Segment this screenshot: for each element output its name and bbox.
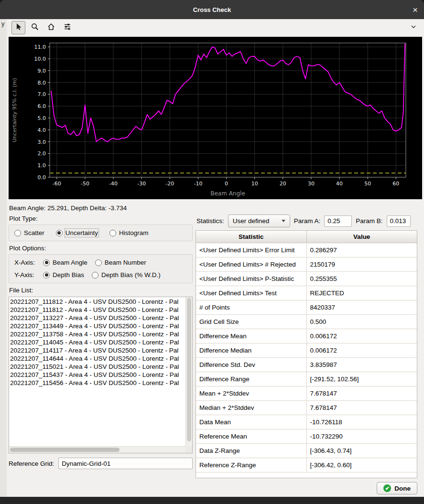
reference-grid-input[interactable]: Dynamic-Grid-01 — [58, 458, 193, 469]
screen: y Cross Check × — [0, 0, 424, 504]
toolbar-expand-button[interactable] — [408, 22, 419, 33]
file-list[interactable]: 20221207_111812 - Area 4 - USV DUS2500 -… — [9, 297, 193, 453]
plot-options-label: Plot Options: — [9, 245, 193, 252]
plot-type-group: Scatter Uncertainty Histogram — [9, 225, 193, 241]
table-row[interactable]: # of Points8420337 — [196, 300, 417, 315]
svg-text:60: 60 — [392, 181, 399, 187]
statistics-combo[interactable]: User defined — [228, 214, 290, 227]
file-list-item[interactable]: 20221207_115021 - Area 4 - USV DUS2500 -… — [10, 363, 185, 371]
reference-grid-label: Reference Grid: — [9, 460, 54, 467]
radio-histogram-label: Histogram — [119, 229, 149, 236]
radio-button-icon — [43, 272, 50, 279]
file-list-vertical-scrollbar[interactable] — [185, 297, 192, 447]
radio-depth-bias-pct[interactable]: Depth Bias (% W.D.) — [92, 271, 161, 279]
file-list-item[interactable]: 20221207_111812 - Area 4 - USV DUS2500 -… — [10, 306, 185, 314]
home-tool-button[interactable] — [44, 21, 58, 34]
statistics-table: Statistic Value <User Defined Limits> Er… — [196, 230, 417, 478]
radio-histogram[interactable]: Histogram — [109, 229, 149, 236]
pointer-tool-button[interactable] — [11, 21, 25, 34]
customize-tool-button[interactable] — [60, 21, 74, 34]
svg-text:4.0: 4.0 — [38, 127, 46, 133]
radio-beam-number[interactable]: Beam Number — [95, 259, 146, 266]
table-row[interactable]: <User Defined Limits> P-Statistic0.25535… — [196, 272, 417, 286]
stat-name-cell: <User Defined Limits> # Rejected — [196, 257, 307, 271]
stat-name-cell: Difference Std. Dev — [196, 358, 307, 372]
file-list-item[interactable]: 20221207_114117 - Area 4 - USV DUS2500 -… — [10, 346, 185, 354]
table-row[interactable]: Difference Mean0.006172 — [196, 329, 417, 343]
stat-value-cell: 0.006172 — [307, 329, 417, 343]
table-row[interactable]: <User Defined Limits> Error Limit0.28629… — [196, 243, 417, 257]
table-row[interactable]: Data Z-Range[-306.43, 0.74] — [196, 444, 417, 458]
table-header-value[interactable]: Value — [307, 231, 417, 243]
stat-value-cell: 0.255355 — [307, 272, 417, 286]
done-button[interactable]: ✔ Done — [377, 482, 417, 494]
svg-text:2.0: 2.0 — [38, 150, 46, 157]
file-list-item[interactable]: 20221207_114644 - Area 4 - USV DUS2500 -… — [10, 354, 185, 363]
file-list-item[interactable]: 20221207_115437 - Area 4 - USV DUS2500 -… — [10, 371, 185, 379]
window-title: Cross Check — [193, 6, 231, 13]
stat-value-cell: 7.678147 — [307, 401, 417, 415]
sliders-icon — [63, 22, 72, 33]
svg-text:-10: -10 — [194, 181, 202, 187]
horizontal-scrollbar-thumb[interactable] — [10, 448, 120, 452]
file-list-label: File List: — [9, 287, 193, 294]
radio-button-icon — [43, 259, 50, 266]
window-titlebar[interactable]: Cross Check × — [0, 0, 424, 19]
zoom-tool-button[interactable] — [28, 21, 42, 34]
stat-value-cell: 3.835987 — [307, 358, 417, 372]
uncertainty-plot-canvas[interactable]: -60-50-40-30-20-1001020304050600.01.02.0… — [9, 37, 422, 199]
table-row[interactable]: <User Defined Limits> # Rejected2150179 — [196, 257, 417, 272]
file-list-item[interactable]: 20221207_115456 - Area 4 - USV DUS2500 -… — [10, 379, 185, 387]
stat-value-cell: 8420337 — [307, 300, 417, 314]
radio-uncertainty[interactable]: Uncertainty — [56, 229, 98, 236]
file-list-item[interactable]: 20221207_113758 - Area 4 - USV DUS2500 -… — [10, 330, 185, 338]
radio-scatter[interactable]: Scatter — [14, 229, 44, 236]
svg-text:6.0: 6.0 — [38, 103, 46, 109]
svg-text:Uncertainty 95% c.l. (m): Uncertainty 95% c.l. (m) — [11, 78, 18, 142]
magnifier-icon — [31, 22, 39, 33]
check-circle-icon: ✔ — [383, 484, 391, 492]
stat-name-cell: Grid Cell Size — [196, 315, 307, 329]
table-row[interactable]: <User Defined Limits> TestREJECTED — [196, 286, 417, 300]
table-row[interactable]: Difference Median0.006172 — [196, 343, 417, 358]
table-body: <User Defined Limits> Error Limit0.28629… — [196, 243, 417, 472]
radio-depth-bias[interactable]: Depth Bias — [43, 271, 84, 279]
table-row[interactable]: Difference Range[-291.52, 102.56] — [196, 372, 417, 386]
file-list-item[interactable]: 20221207_113227 - Area 4 - USV DUS2500 -… — [10, 314, 185, 322]
file-list-items: 20221207_111812 - Area 4 - USV DUS2500 -… — [10, 298, 185, 446]
radio-beam-angle[interactable]: Beam Angle — [43, 259, 87, 266]
param-a-input[interactable]: 0.25 — [324, 215, 352, 227]
x-axis-label: X-Axis: — [14, 259, 35, 266]
table-header-statistic[interactable]: Statistic — [196, 231, 307, 243]
stat-name-cell: Data Mean — [196, 415, 307, 429]
stat-name-cell: Data Z-Range — [196, 444, 307, 458]
file-list-item[interactable]: 20221207_111812 - Area 4 - USV DUS2500 -… — [10, 298, 185, 306]
statistics-label: Statistics: — [196, 217, 224, 225]
table-row[interactable]: Data Mean-10.726118 — [196, 415, 417, 429]
plot-toolbar — [7, 19, 424, 36]
y-axis-label: Y-Axis: — [14, 271, 35, 279]
param-b-input[interactable]: 0.013 — [387, 215, 411, 227]
file-list-item[interactable]: 20221207_114045 - Area 4 - USV DUS2500 -… — [10, 338, 185, 346]
table-row[interactable]: Mean + 2*Stddev7.678147 — [196, 386, 417, 401]
radio-depth-bias-pct-label: Depth Bias (% W.D.) — [101, 271, 161, 279]
table-row[interactable]: Grid Cell Size0.500 — [196, 315, 417, 329]
table-row[interactable]: Reference Mean-10.732290 — [196, 429, 417, 444]
chevron-down-icon — [409, 22, 418, 33]
content-columns: Plot Type: Scatter Uncertainty Histogram — [7, 212, 424, 497]
svg-text:-20: -20 — [165, 181, 174, 187]
file-list-item[interactable]: 20221207_113449 - Area 4 - USV DUS2500 -… — [10, 322, 185, 330]
plot-options-group: X-Axis: Beam Angle Beam Number Y-Axis: — [9, 254, 193, 283]
svg-text:8.0: 8.0 — [38, 80, 46, 86]
svg-text:9.0: 9.0 — [38, 68, 46, 74]
table-row[interactable]: Reference Z-Range[-306.42, 0.60] — [196, 458, 417, 472]
stat-value-cell: 0.500 — [307, 315, 417, 329]
right-column: Statistics: User defined Param A: 0.25 P… — [196, 212, 417, 494]
close-button[interactable]: × — [413, 5, 418, 14]
table-row[interactable]: Difference Std. Dev3.835987 — [196, 358, 417, 372]
dialog-footer: ✔ Done — [196, 482, 417, 494]
file-list-horizontal-scrollbar[interactable] — [9, 446, 186, 453]
table-row[interactable]: Median + 2*Stddev7.678147 — [196, 401, 417, 415]
stat-name-cell: Reference Mean — [196, 429, 307, 443]
vertical-scrollbar-thumb[interactable] — [187, 298, 191, 441]
